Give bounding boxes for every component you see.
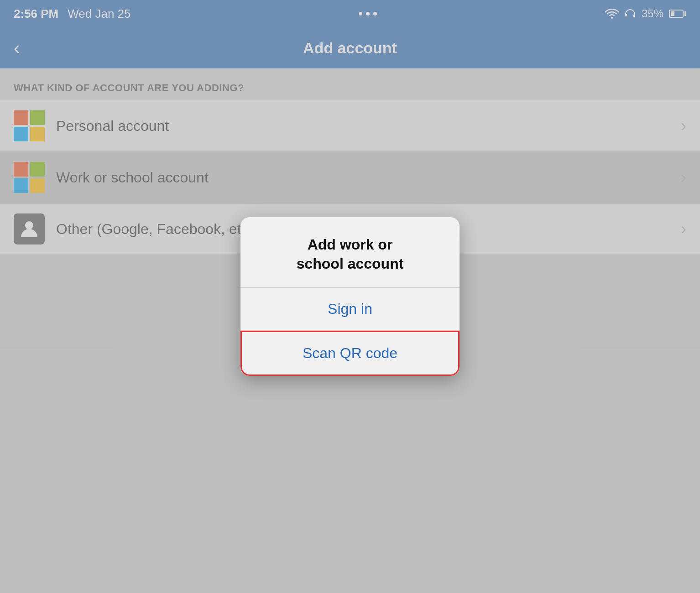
modal-overlay: Add work orschool account Sign in Scan Q… — [0, 0, 700, 593]
sign-in-button[interactable]: Sign in — [240, 288, 460, 330]
modal-dialog: Add work orschool account Sign in Scan Q… — [240, 217, 460, 375]
scan-qr-button[interactable]: Scan QR code — [240, 331, 460, 376]
modal-title: Add work orschool account — [240, 217, 460, 287]
